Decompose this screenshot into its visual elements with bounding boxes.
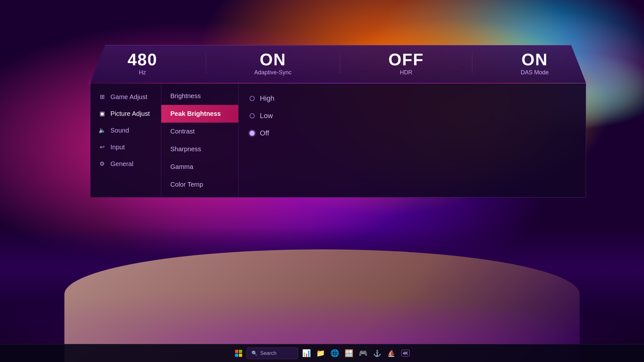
file-explorer-icon: 📁	[316, 349, 325, 357]
hz-label: Hz	[139, 69, 146, 76]
nav-item-game-adjust[interactable]: ⊞ Game Adjust	[90, 88, 161, 105]
adaptive-sync-value: ON	[260, 51, 286, 68]
menu-label-color-temp: Color Temp	[170, 181, 203, 188]
nav-item-input[interactable]: ↩ Input	[90, 139, 161, 155]
menu-label-brightness: Brightness	[170, 92, 201, 99]
taskbar-search[interactable]: 🔍 Search	[247, 348, 298, 359]
taskbar-app-corsair[interactable]: ⚓	[371, 347, 383, 359]
taskbar-app-4k[interactable]: 4K	[399, 347, 412, 359]
nav-item-picture-adjust[interactable]: ▣ Picture Adjust	[90, 105, 161, 122]
nav-label-picture-adjust: Picture Adjust	[110, 110, 150, 117]
menu-label-peak-brightness: Peak Brightness	[170, 110, 221, 117]
taskbar-app-edge[interactable]: 🌐	[328, 347, 341, 359]
das-value: ON	[522, 51, 548, 68]
option-off[interactable]: Off	[248, 125, 576, 142]
das-label: DAS Mode	[521, 69, 549, 76]
input-icon: ↩	[98, 143, 106, 151]
nav-item-general[interactable]: ⚙ General	[90, 155, 161, 172]
radio-off	[250, 131, 255, 136]
divider-3	[472, 54, 472, 73]
menu-item-color-temp[interactable]: Color Temp	[161, 176, 238, 193]
game-adjust-icon: ⊞	[98, 93, 106, 101]
search-icon: 🔍	[251, 350, 258, 356]
general-icon: ⚙	[98, 160, 106, 168]
4k-icon: 4K	[401, 350, 410, 357]
finance-icon: 📊	[302, 349, 311, 357]
radio-high	[250, 96, 255, 101]
search-placeholder: Search	[260, 350, 277, 356]
menu-item-peak-brightness[interactable]: Peak Brightness	[161, 105, 238, 123]
menu-item-contrast[interactable]: Contrast	[161, 123, 238, 140]
option-low[interactable]: Low	[248, 107, 576, 125]
taskbar-app-app7[interactable]: ⛵	[385, 347, 397, 359]
menu-item-gamma[interactable]: Gamma	[161, 158, 238, 176]
windows-logo-icon	[235, 350, 242, 357]
hdr-status: OFF HDR	[388, 51, 424, 76]
menu-label-sharpness: Sharpness	[170, 145, 201, 153]
osd-statusbar: 480 Hz ON Adaptive-Sync OFF HDR ON DAS M…	[90, 45, 586, 83]
menu-item-brightness[interactable]: Brightness	[161, 87, 238, 105]
corsair-icon: ⚓	[373, 349, 381, 357]
osd-options: High Low Off	[239, 83, 586, 197]
windows-start-button[interactable]	[232, 347, 245, 359]
menu-label-gamma: Gamma	[170, 163, 193, 170]
xbox-icon: 🎮	[359, 349, 367, 357]
monitor-osd: 480 Hz ON Adaptive-Sync OFF HDR ON DAS M…	[90, 45, 586, 208]
hz-status: 480 Hz	[128, 51, 157, 76]
nav-label-input: Input	[110, 144, 125, 151]
taskbar: 🔍 Search 📊 📁 🌐 🪟 🎮 ⚓ ⛵ 4K	[0, 344, 644, 362]
store-icon: 🪟	[345, 349, 353, 357]
adaptive-sync-label: Adaptive-Sync	[254, 69, 291, 76]
option-label-off: Off	[260, 129, 269, 137]
divider-2	[340, 54, 340, 73]
nav-label-sound: Sound	[110, 127, 129, 134]
taskbar-app-finance[interactable]: 📊	[300, 347, 312, 359]
menu-label-contrast: Contrast	[170, 128, 195, 135]
osd-menu: Brightness Peak Brightness Contrast Shar…	[161, 83, 239, 197]
taskbar-app-file-explorer[interactable]: 📁	[314, 347, 327, 359]
osd-main-panel: ⊞ Game Adjust ▣ Picture Adjust 🔈 Sound ↩…	[90, 83, 586, 198]
picture-adjust-icon: ▣	[98, 110, 106, 117]
taskbar-center: 🔍 Search 📊 📁 🌐 🪟 🎮 ⚓ ⛵ 4K	[232, 347, 412, 359]
radio-low	[250, 113, 255, 118]
option-label-low: Low	[260, 112, 273, 120]
divider-1	[206, 54, 206, 73]
nav-label-general: General	[110, 160, 133, 168]
menu-item-sharpness[interactable]: Sharpness	[161, 140, 238, 158]
app7-icon: ⛵	[387, 349, 395, 357]
hz-value: 480	[128, 51, 157, 68]
taskbar-app-store[interactable]: 🪟	[343, 347, 355, 359]
hdr-label: HDR	[400, 69, 412, 76]
taskbar-app-xbox[interactable]: 🎮	[357, 347, 369, 359]
adaptive-sync-status: ON Adaptive-Sync	[254, 51, 291, 76]
nav-label-game-adjust: Game Adjust	[110, 93, 147, 101]
option-high[interactable]: High	[248, 90, 576, 107]
nav-item-sound[interactable]: 🔈 Sound	[90, 122, 161, 139]
das-status: ON DAS Mode	[521, 51, 549, 76]
option-label-high: High	[260, 94, 274, 103]
sound-icon: 🔈	[98, 126, 106, 134]
edge-icon: 🌐	[330, 349, 339, 357]
hdr-value: OFF	[388, 51, 424, 68]
osd-nav: ⊞ Game Adjust ▣ Picture Adjust 🔈 Sound ↩…	[90, 83, 161, 197]
